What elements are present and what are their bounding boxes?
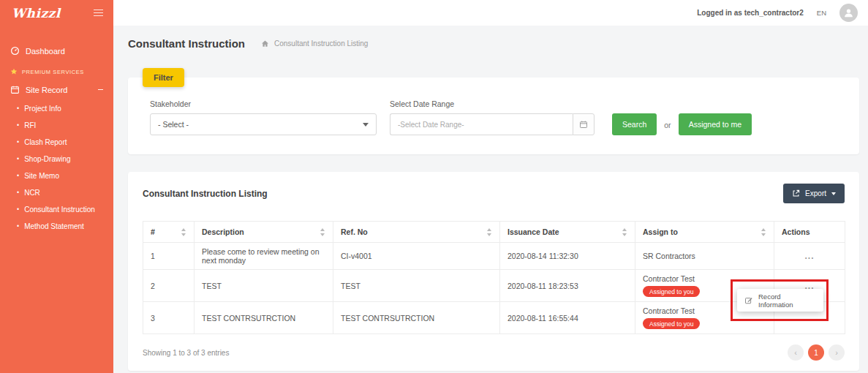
language-selector[interactable]: EN: [817, 9, 826, 17]
chevron-down-icon: [363, 123, 369, 127]
bullet-icon: •: [17, 105, 19, 112]
bullet-icon: •: [17, 206, 19, 213]
entries-summary: Showing 1 to 3 of 3 entries: [143, 349, 229, 357]
date-range-field: Select Date Range: [390, 99, 595, 135]
or-text: or: [664, 121, 671, 129]
sidebar-item-label: Shop-Drawing: [24, 155, 70, 163]
instruction-table: # Description Ref. No Issuance Date Assi…: [143, 221, 845, 334]
column-header-assign-to[interactable]: Assign to: [635, 222, 774, 243]
breadcrumb-current: Consultant Instruction Listing: [274, 39, 368, 48]
page-content: Consultant Instruction Consultant Instru…: [113, 26, 868, 371]
sort-icon: [181, 228, 186, 236]
sidebar-menu: Dashboard PREMIUM SERVICES Site Record •…: [0, 40, 113, 235]
assigned-to-me-button[interactable]: Assigned to me: [679, 113, 752, 135]
sidebar-item-dashboard[interactable]: Dashboard: [0, 40, 113, 61]
export-button-label: Export: [805, 189, 826, 197]
sidebar-section-premium: PREMIUM SERVICES: [0, 61, 113, 79]
table-row: 1 Please come to review meeting on next …: [143, 243, 845, 270]
sort-icon: [761, 228, 766, 236]
bullet-icon: •: [17, 156, 19, 162]
collapse-icon: [98, 89, 103, 91]
pagination-page-1[interactable]: 1: [808, 344, 824, 361]
sidebar-item-label: Method Statement: [24, 222, 84, 230]
sort-icon: [320, 228, 325, 236]
sidebar-item-project-info[interactable]: •Project Info: [0, 100, 113, 117]
sidebar-item-label: Project Info: [24, 105, 61, 113]
filter-button[interactable]: Filter: [143, 68, 184, 87]
assigned-to-you-badge: Assigned to you: [643, 286, 700, 297]
sidebar-item-label: Site Record: [26, 86, 67, 94]
cell-issuance-date: 2020-08-11 16:55:44: [500, 302, 635, 334]
topbar: Logged in as tech_contractor2 EN: [113, 0, 868, 26]
record-information-menu-item[interactable]: Record Information: [758, 293, 816, 309]
calendar-icon: [10, 85, 20, 94]
cell-issuance-date: 2020-08-14 11:32:30: [500, 243, 635, 270]
sort-icon: [486, 228, 492, 236]
export-icon: [792, 189, 800, 197]
main-area: Logged in as tech_contractor2 EN Consult…: [113, 0, 868, 373]
search-button[interactable]: Search: [612, 113, 657, 135]
bullet-icon: •: [17, 122, 19, 129]
column-header-num[interactable]: #: [143, 222, 195, 243]
sidebar-item-site-memo[interactable]: •Site Memo: [0, 167, 113, 184]
sidebar-section-label: PREMIUM SERVICES: [22, 69, 84, 75]
filter-form: Stakeholder - Select - Select Date Range: [150, 99, 837, 135]
sidebar-item-clash-report[interactable]: •Clash Report: [0, 134, 113, 151]
sidebar: Whizzl Dashboard PREMIUM SERVICES Sit: [0, 0, 113, 373]
page-title: Consultant Instruction: [128, 37, 245, 50]
sidebar-item-label: RFI: [24, 121, 36, 129]
sidebar-item-label: NCR: [24, 189, 40, 197]
stakeholder-select-value: - Select -: [158, 120, 189, 129]
export-button[interactable]: Export: [783, 184, 845, 203]
pagination: ‹ 1 ›: [788, 344, 845, 361]
stakeholder-field: Stakeholder - Select -: [150, 99, 377, 135]
star-icon: [10, 68, 18, 75]
sidebar-item-method-statement[interactable]: •Method Statement: [0, 218, 113, 235]
pagination-next-button[interactable]: ›: [829, 344, 845, 361]
sidebar-item-site-record[interactable]: Site Record: [0, 79, 113, 100]
table-footer: Showing 1 to 3 of 3 entries ‹ 1 ›: [143, 344, 845, 361]
table-header-row: # Description Ref. No Issuance Date Assi…: [143, 222, 845, 243]
app-window: Whizzl Dashboard PREMIUM SERVICES Sit: [0, 0, 868, 373]
edit-icon: [744, 296, 753, 305]
cell-description: TEST: [195, 270, 333, 302]
listing-title: Consultant Instruction Listing: [143, 189, 268, 199]
stakeholder-select[interactable]: - Select -: [150, 113, 377, 135]
row-actions-menu: Record Information: [737, 289, 823, 312]
sidebar-item-shop-drawing[interactable]: •Shop-Drawing: [0, 151, 113, 167]
sidebar-item-ncr[interactable]: •NCR: [0, 184, 113, 201]
bullet-icon: •: [17, 223, 19, 230]
date-range-group: [390, 113, 595, 135]
column-header-actions: Actions: [774, 222, 845, 243]
cell-issuance-date: 2020-08-11 18:23:53: [500, 270, 635, 302]
pagination-prev-button[interactable]: ‹: [788, 344, 804, 361]
cell-num: 3: [143, 302, 195, 334]
filter-actions: Search or Assigned to me: [612, 113, 752, 135]
cell-ref-no: TEST CONTRSUTRCTION: [333, 302, 500, 334]
chevron-down-icon: [831, 192, 836, 195]
avatar[interactable]: [839, 4, 858, 22]
column-header-issuance-date[interactable]: Issuance Date: [500, 222, 635, 243]
dashboard-icon: [10, 46, 20, 56]
column-header-ref-no[interactable]: Ref. No: [333, 222, 500, 243]
cell-ref-no: TEST: [333, 270, 500, 302]
sidebar-item-label: Dashboard: [26, 47, 65, 56]
date-range-input[interactable]: [390, 113, 573, 135]
calendar-picker-icon[interactable]: [573, 113, 595, 135]
filter-panel: Filter Stakeholder - Select - Select Dat…: [128, 78, 859, 154]
home-icon[interactable]: [261, 39, 269, 48]
cell-assign-to: SR Contractors: [635, 243, 774, 270]
bullet-icon: •: [17, 189, 19, 196]
cell-num: 2: [143, 270, 195, 302]
cell-description: TEST CONTRSUTRCTION: [195, 302, 333, 334]
bullet-icon: •: [17, 139, 19, 146]
column-header-description[interactable]: Description: [195, 222, 333, 243]
row-actions-button[interactable]: ...: [804, 313, 814, 323]
sidebar-item-consultant-instruction[interactable]: •Consultant Instruction: [0, 201, 113, 218]
bullet-icon: •: [17, 173, 19, 179]
hamburger-menu-icon[interactable]: [94, 10, 103, 17]
sidebar-item-rfi[interactable]: •RFI: [0, 117, 113, 134]
assignee-name: Contractor Test: [643, 306, 695, 315]
row-actions-button[interactable]: ...: [804, 251, 814, 261]
sidebar-header: Whizzl: [0, 0, 113, 26]
